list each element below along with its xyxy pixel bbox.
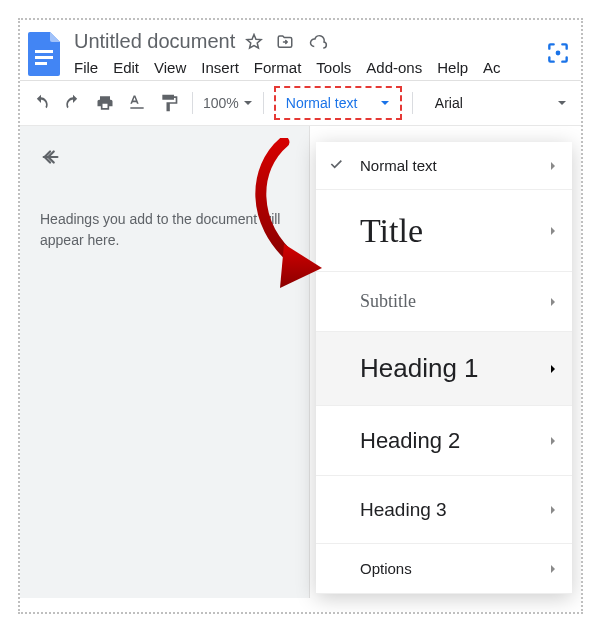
svg-rect-3 [35, 62, 47, 65]
style-option-normal-text[interactable]: Normal text [316, 142, 572, 190]
menu-format[interactable]: Format [254, 59, 302, 76]
style-selector-label: Normal text [286, 95, 358, 111]
paragraph-style-dropdown: Normal text Title Subtitle Heading 1 Hea… [316, 142, 572, 594]
style-option-title[interactable]: Title [316, 190, 572, 272]
toolbar-divider [192, 92, 193, 114]
chevron-right-icon [548, 360, 558, 378]
menu-addons[interactable]: Add-ons [366, 59, 422, 76]
style-option-heading-1[interactable]: Heading 1 [316, 332, 572, 406]
paint-format-button[interactable] [156, 90, 182, 116]
zoom-value: 100% [203, 95, 239, 111]
style-option-label: Normal text [360, 157, 548, 174]
menu-edit[interactable]: Edit [113, 59, 139, 76]
spellcheck-button[interactable] [124, 90, 150, 116]
cloud-status-icon[interactable] [307, 33, 329, 51]
svg-rect-2 [35, 56, 53, 59]
zoom-selector[interactable]: 100% [203, 95, 253, 111]
menu-bar: File Edit View Insert Format Tools Add-o… [74, 59, 575, 76]
menu-help[interactable]: Help [437, 59, 468, 76]
chevron-right-icon [548, 293, 558, 311]
font-selector[interactable]: Arial [435, 95, 573, 111]
outline-line1: Headings you add to the document will [40, 211, 280, 227]
paragraph-style-selector[interactable]: Normal text [274, 86, 402, 120]
chevron-right-icon [548, 157, 558, 175]
menu-truncated[interactable]: Ac [483, 59, 501, 76]
svg-rect-1 [35, 50, 53, 53]
redo-button[interactable] [60, 90, 86, 116]
toolbar-divider [263, 92, 264, 114]
toolbar: 100% Normal text Arial [20, 80, 581, 126]
chevron-right-icon [548, 432, 558, 450]
docs-logo-icon[interactable] [26, 30, 64, 78]
chevron-down-icon [380, 95, 390, 111]
menu-tools[interactable]: Tools [316, 59, 351, 76]
outline-placeholder: Headings you add to the document will ap… [40, 209, 289, 251]
font-label: Arial [435, 95, 463, 111]
style-option-label: Subtitle [360, 291, 548, 312]
style-option-heading-2[interactable]: Heading 2 [316, 406, 572, 476]
move-to-folder-icon[interactable] [275, 33, 295, 51]
outline-collapse-button[interactable] [40, 146, 289, 173]
menu-view[interactable]: View [154, 59, 186, 76]
undo-button[interactable] [28, 90, 54, 116]
toolbar-divider [412, 92, 413, 114]
menu-file[interactable]: File [74, 59, 98, 76]
menu-insert[interactable]: Insert [201, 59, 239, 76]
star-icon[interactable] [245, 33, 263, 51]
capture-icon[interactable] [545, 40, 571, 70]
document-title[interactable]: Untitled document [74, 30, 235, 53]
svg-point-0 [556, 51, 561, 56]
style-option-label: Heading 2 [360, 428, 548, 454]
style-option-label: Heading 1 [360, 353, 548, 384]
style-option-label: Options [360, 560, 548, 577]
outline-panel: Headings you add to the document will ap… [20, 126, 310, 598]
style-option-heading-3[interactable]: Heading 3 [316, 476, 572, 544]
outline-line2: appear here. [40, 232, 119, 248]
style-option-subtitle[interactable]: Subtitle [316, 272, 572, 332]
style-option-label: Title [360, 212, 548, 250]
chevron-right-icon [548, 560, 558, 578]
chevron-right-icon [548, 501, 558, 519]
chevron-right-icon [548, 222, 558, 240]
style-option-options[interactable]: Options [316, 544, 572, 594]
style-option-label: Heading 3 [360, 499, 548, 521]
print-button[interactable] [92, 90, 118, 116]
check-icon [328, 156, 344, 176]
